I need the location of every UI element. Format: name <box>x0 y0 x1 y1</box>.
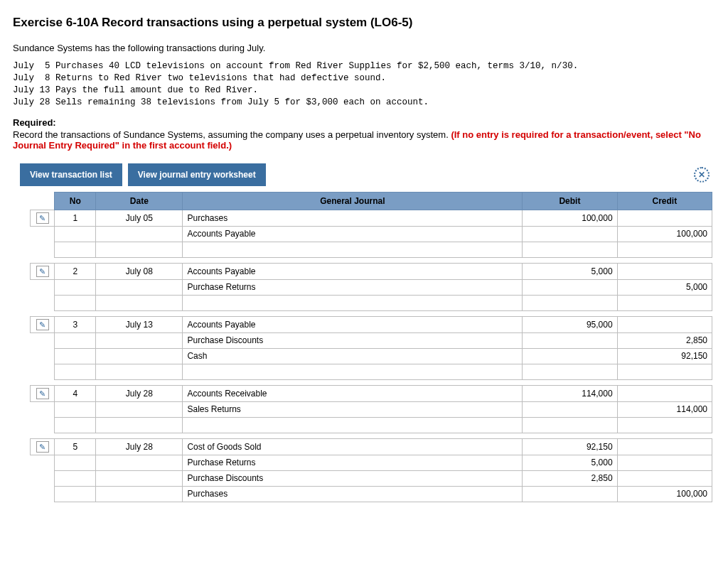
entry-no <box>55 417 96 433</box>
entry-date[interactable] <box>96 226 183 242</box>
entry-no <box>55 348 96 364</box>
credit-amount[interactable] <box>617 417 712 433</box>
required-heading: Required: <box>13 117 715 128</box>
account-name[interactable]: Purchases <box>183 486 523 502</box>
entry-no <box>55 279 96 295</box>
credit-amount[interactable] <box>617 242 712 257</box>
credit-amount[interactable] <box>617 438 712 455</box>
account-name[interactable]: Cost of Goods Sold <box>183 438 523 455</box>
credit-amount[interactable] <box>617 385 712 401</box>
account-name[interactable]: Accounts Payable <box>183 316 523 332</box>
col-credit: Credit <box>617 192 712 210</box>
entry-date[interactable] <box>96 364 183 379</box>
intro-text: Sundance Systems has the following trans… <box>13 43 715 53</box>
entry-no <box>55 401 96 417</box>
credit-amount[interactable]: 100,000 <box>617 486 712 502</box>
debit-amount[interactable] <box>523 417 617 433</box>
credit-amount[interactable] <box>617 470 712 486</box>
credit-amount[interactable] <box>617 295 712 310</box>
entry-no <box>55 226 96 242</box>
entry-date[interactable]: July 05 <box>96 210 183 226</box>
view-transaction-list-button[interactable]: View transaction list <box>20 163 122 186</box>
account-name[interactable]: Accounts Payable <box>183 226 523 242</box>
debit-amount[interactable] <box>523 242 617 257</box>
credit-amount[interactable]: 5,000 <box>617 279 712 295</box>
entry-no <box>55 486 96 502</box>
debit-amount[interactable]: 5,000 <box>523 263 617 279</box>
edit-row-icon[interactable]: ✎ <box>36 441 49 453</box>
entry-date[interactable]: July 08 <box>96 263 183 279</box>
account-name[interactable]: Accounts Receivable <box>183 385 523 401</box>
edit-row-icon[interactable]: ✎ <box>36 388 49 399</box>
credit-amount[interactable] <box>617 455 712 470</box>
entry-date[interactable]: July 28 <box>96 438 183 455</box>
account-name[interactable] <box>183 417 523 433</box>
account-name[interactable]: Purchase Returns <box>183 279 523 295</box>
account-name[interactable]: Purchase Discounts <box>183 332 523 348</box>
entry-no <box>55 332 96 348</box>
account-name[interactable]: Purchase Discounts <box>183 470 523 486</box>
entry-date[interactable] <box>96 332 183 348</box>
credit-amount[interactable]: 100,000 <box>617 226 712 242</box>
col-debit: Debit <box>523 192 617 210</box>
entry-no <box>55 242 96 257</box>
credit-amount[interactable] <box>617 364 712 379</box>
view-journal-entry-worksheet-button[interactable]: View journal entry worksheet <box>128 163 266 186</box>
account-name[interactable]: Purchase Returns <box>183 455 523 470</box>
debit-amount[interactable] <box>523 364 617 379</box>
credit-amount[interactable] <box>617 210 712 226</box>
account-name[interactable]: Purchases <box>183 210 523 226</box>
edit-row-icon[interactable]: ✎ <box>36 212 49 224</box>
entry-date[interactable]: July 13 <box>96 316 183 332</box>
entry-no <box>55 364 96 379</box>
entry-date[interactable] <box>96 455 183 470</box>
entry-no: 4 <box>55 385 96 401</box>
entry-date[interactable] <box>96 486 183 502</box>
entry-date[interactable] <box>96 401 183 417</box>
debit-amount[interactable]: 114,000 <box>523 385 617 401</box>
credit-amount[interactable]: 2,850 <box>617 332 712 348</box>
entry-date[interactable] <box>96 470 183 486</box>
entry-date[interactable] <box>96 242 183 257</box>
col-no: No <box>55 192 96 210</box>
page-title: Exercise 6-10A Record transactions using… <box>13 16 715 30</box>
entry-no <box>55 455 96 470</box>
entry-date[interactable]: July 28 <box>96 385 183 401</box>
required-text: Record the transactions of Sundance Syst… <box>13 129 715 151</box>
credit-amount[interactable]: 92,150 <box>617 348 712 364</box>
debit-amount[interactable] <box>523 401 617 417</box>
account-name[interactable]: Accounts Payable <box>183 263 523 279</box>
col-gj: General Journal <box>183 192 523 210</box>
entry-no <box>55 295 96 310</box>
credit-amount[interactable] <box>617 263 712 279</box>
entry-date[interactable] <box>96 295 183 310</box>
debit-amount[interactable] <box>523 332 617 348</box>
entry-date[interactable] <box>96 417 183 433</box>
account-name[interactable] <box>183 242 523 257</box>
entry-date[interactable] <box>96 348 183 364</box>
journal-table: No Date General Journal Debit Credit ✎1J… <box>30 192 712 502</box>
debit-amount[interactable]: 2,850 <box>523 470 617 486</box>
entry-no <box>55 470 96 486</box>
edit-row-icon[interactable]: ✎ <box>36 266 49 277</box>
debit-amount[interactable] <box>523 295 617 310</box>
debit-amount[interactable]: 5,000 <box>523 455 617 470</box>
debit-amount[interactable] <box>523 348 617 364</box>
account-name[interactable] <box>183 295 523 310</box>
credit-amount[interactable] <box>617 316 712 332</box>
edit-row-icon[interactable]: ✎ <box>36 319 49 330</box>
debit-amount[interactable]: 92,150 <box>523 438 617 455</box>
required-body: Record the transactions of Sundance Syst… <box>13 129 451 140</box>
account-name[interactable]: Cash <box>183 348 523 364</box>
account-name[interactable]: Sales Returns <box>183 401 523 417</box>
debit-amount[interactable] <box>523 226 617 242</box>
account-name[interactable] <box>183 364 523 379</box>
debit-amount[interactable]: 95,000 <box>523 316 617 332</box>
debit-amount[interactable]: 100,000 <box>523 210 617 226</box>
debit-amount[interactable] <box>523 486 617 502</box>
credit-amount[interactable]: 114,000 <box>617 401 712 417</box>
close-icon[interactable]: ✕ <box>694 167 710 183</box>
entry-date[interactable] <box>96 279 183 295</box>
entry-no: 2 <box>55 263 96 279</box>
debit-amount[interactable] <box>523 279 617 295</box>
